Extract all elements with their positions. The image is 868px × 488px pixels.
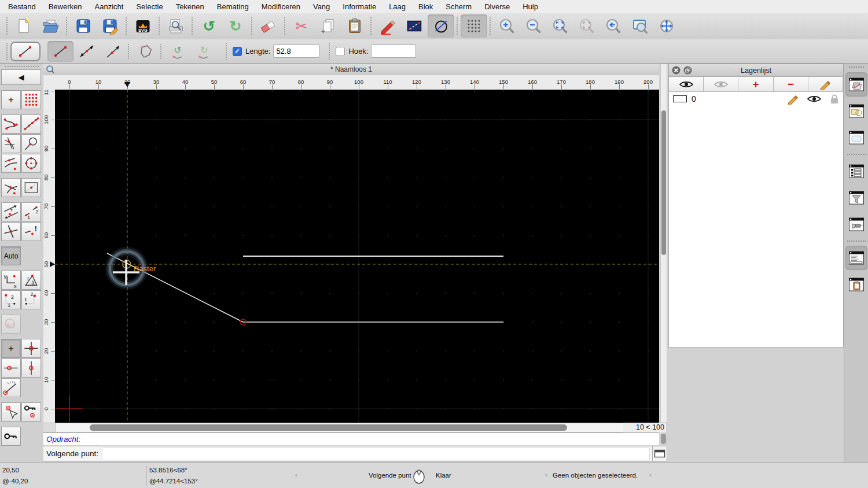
zoom-window-button[interactable] bbox=[627, 14, 653, 38]
ref-circle-button[interactable] bbox=[1, 315, 21, 334]
length-input[interactable] bbox=[273, 45, 319, 58]
snap-intersection-button[interactable] bbox=[1, 134, 21, 153]
snap-cross-button[interactable] bbox=[1, 222, 21, 241]
current-tool-indicator[interactable] bbox=[10, 42, 41, 61]
zoom-in-button[interactable] bbox=[494, 14, 520, 38]
mark-plus-button[interactable]: + bbox=[1, 339, 21, 358]
snap-endpoint-button[interactable] bbox=[1, 114, 21, 134]
eye-dark-button[interactable] bbox=[669, 77, 704, 91]
snap-frame-button[interactable] bbox=[21, 178, 41, 197]
snap-vertex-button[interactable] bbox=[21, 114, 41, 134]
menu-item[interactable]: Hulp bbox=[516, 2, 545, 11]
save-as-button[interactable] bbox=[97, 14, 123, 38]
menu-item[interactable]: Bewerken bbox=[42, 2, 89, 11]
collapse-arrow-button[interactable]: ◀ bbox=[1, 69, 41, 85]
angle-lock-checkbox[interactable] bbox=[336, 47, 345, 56]
snap-grid-button[interactable] bbox=[21, 90, 41, 109]
command-input[interactable] bbox=[102, 448, 650, 460]
length-lock-checkbox[interactable] bbox=[233, 47, 242, 56]
layer-color-swatch[interactable] bbox=[673, 95, 687, 102]
snap-tangent-button[interactable] bbox=[21, 134, 41, 153]
zoom-out-button[interactable] bbox=[520, 14, 547, 38]
pencil-orange-button[interactable] bbox=[808, 77, 843, 91]
menu-item[interactable]: Scherm bbox=[439, 2, 478, 11]
undo-button[interactable]: ↺ bbox=[196, 14, 222, 38]
angle-input[interactable] bbox=[371, 45, 416, 58]
zoom-previous-button[interactable] bbox=[600, 14, 627, 38]
draw-pencil-button[interactable] bbox=[374, 14, 401, 38]
panel-clipboard-button[interactable] bbox=[845, 272, 867, 297]
zoom-selection-button[interactable] bbox=[573, 14, 600, 38]
new-file-button[interactable] bbox=[10, 14, 37, 38]
menu-item[interactable]: Vang bbox=[307, 2, 336, 11]
line-segment-button[interactable] bbox=[47, 41, 73, 62]
line-end-arrow-button[interactable] bbox=[100, 41, 126, 62]
eye-dark-icon[interactable] bbox=[807, 94, 822, 103]
eye-light-button[interactable] bbox=[704, 77, 738, 91]
key-button[interactable] bbox=[1, 427, 21, 446]
snap-nearest-button[interactable] bbox=[1, 154, 21, 173]
save-button[interactable] bbox=[70, 14, 97, 38]
eraser-button[interactable] bbox=[255, 14, 282, 38]
snap-plus-button[interactable]: + bbox=[1, 90, 21, 109]
print-preview-button[interactable] bbox=[163, 14, 189, 38]
zoom-extents-button[interactable] bbox=[547, 14, 573, 38]
undo-segment-button[interactable]: ↺ bbox=[164, 41, 190, 62]
grid-toggle-button[interactable] bbox=[461, 14, 487, 38]
menu-item[interactable]: Selectie bbox=[130, 2, 169, 11]
menu-item[interactable]: Tekenen bbox=[170, 2, 211, 11]
panel-light-button[interactable] bbox=[845, 212, 867, 236]
menu-item[interactable]: Blok bbox=[412, 2, 439, 11]
svg-export-button[interactable]: SVG bbox=[130, 14, 156, 38]
menu-item[interactable]: Diverse bbox=[478, 2, 516, 11]
menu-item[interactable]: Aanzicht bbox=[89, 2, 130, 11]
palette-drag-handle[interactable] bbox=[5, 66, 39, 67]
drawing-titlebar[interactable]: * Naamloos 1 bbox=[43, 64, 659, 76]
horizontal-scrollbar[interactable] bbox=[43, 423, 659, 432]
panel-filter-button[interactable] bbox=[845, 186, 867, 210]
menu-item[interactable]: Bemating bbox=[211, 2, 255, 11]
panel-blank-button[interactable] bbox=[845, 125, 867, 150]
redo-button[interactable]: ↻ bbox=[222, 14, 249, 38]
plus-red-button[interactable]: + bbox=[738, 77, 773, 91]
mark-pick-button[interactable] bbox=[1, 402, 21, 422]
panel-list-button[interactable] bbox=[845, 159, 867, 183]
open-folder-button[interactable] bbox=[37, 14, 64, 38]
v-scroll-thumb[interactable] bbox=[661, 110, 666, 255]
auto-button[interactable]: Auto bbox=[1, 246, 21, 265]
key-target-button[interactable] bbox=[21, 402, 41, 422]
mark-cross-button[interactable] bbox=[21, 339, 41, 358]
snap-perpendicular-button[interactable] bbox=[1, 178, 21, 197]
console-scroll-thumb[interactable] bbox=[661, 434, 666, 444]
layer-row[interactable]: 0 bbox=[669, 92, 843, 105]
snap-parallel-button[interactable] bbox=[1, 202, 21, 221]
options-drag-handle[interactable] bbox=[6, 43, 8, 60]
mark-v-button[interactable] bbox=[21, 358, 41, 378]
toolbar-drag-handle[interactable] bbox=[6, 17, 8, 35]
cut-button[interactable]: ✂ bbox=[288, 14, 315, 38]
snap-quadrant-button[interactable] bbox=[21, 154, 41, 173]
mark-angle-button[interactable] bbox=[1, 378, 21, 397]
coord-rel-2-button[interactable]: 12 bbox=[21, 290, 41, 309]
redo-segment-button[interactable]: ↻ bbox=[190, 41, 216, 62]
line-both-arrows-button[interactable] bbox=[73, 41, 100, 62]
drawing-canvas[interactable]: Raster bbox=[55, 90, 659, 423]
minus-red-button[interactable]: − bbox=[774, 77, 808, 91]
pan-button[interactable] bbox=[653, 14, 680, 38]
mark-h-button[interactable] bbox=[1, 358, 21, 378]
h-scroll-thumb[interactable] bbox=[90, 424, 567, 431]
lock-gray-icon[interactable] bbox=[830, 94, 839, 104]
panel-command-button[interactable] bbox=[845, 246, 867, 270]
coord-polar-button[interactable]: ra bbox=[21, 271, 41, 290]
close-circle-icon[interactable] bbox=[672, 66, 681, 75]
coord-xy-button[interactable]: yx bbox=[1, 271, 21, 290]
strip-drag-handle[interactable] bbox=[849, 66, 864, 68]
snap-single-button[interactable]: ! bbox=[21, 222, 41, 241]
menu-item[interactable]: Bestand bbox=[2, 2, 42, 11]
snap-order-button[interactable]: 12 bbox=[21, 202, 41, 221]
panel-shapes-button[interactable] bbox=[845, 99, 867, 123]
vertical-scrollbar[interactable] bbox=[660, 64, 667, 423]
ellipse-tool-button[interactable] bbox=[428, 14, 454, 38]
paste-button[interactable] bbox=[341, 14, 368, 38]
line-style-button[interactable] bbox=[401, 14, 428, 38]
